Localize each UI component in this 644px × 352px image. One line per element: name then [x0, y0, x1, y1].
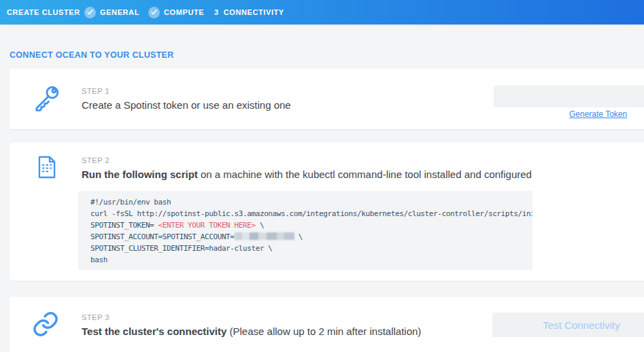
install-script-code-block[interactable]: #!/usr/bin/env bash curl -fsSL http://sp… — [78, 191, 532, 270]
wizard-step-compute[interactable]: COMPUTE — [148, 0, 204, 24]
link-icon — [31, 310, 60, 338]
step1-title: Create a Spotinst token or use an existi… — [82, 99, 291, 111]
step1-card: STEP 1 Create a Spotinst token or use an… — [10, 69, 644, 129]
wizard-step-label: GENERAL — [100, 8, 139, 16]
code-line-shebang: #!/usr/bin/env bash — [90, 196, 524, 208]
step3-card: STEP 3 Test the cluster's connectivity (… — [10, 297, 644, 352]
step3-title-bold: Test the cluster's connectivity — [82, 325, 226, 337]
step2-title-rest: on a machine with the kubectl command-li… — [198, 169, 532, 180]
wizard-header-bar: CREATE CLUSTER GENERAL COMPUTE 3 CONNECT… — [0, 0, 644, 24]
wizard-step-general[interactable]: GENERAL — [84, 0, 139, 24]
generate-token-link[interactable]: Generate Token — [569, 109, 627, 119]
test-connectivity-button[interactable]: Test Connectivity — [492, 313, 644, 337]
token-input[interactable] — [494, 86, 644, 107]
step3-title: Test the cluster's connectivity (Please … — [82, 325, 421, 337]
wizard-step-number: 3 — [214, 8, 219, 16]
step3-label: STEP 3 — [82, 313, 109, 321]
step1-label: STEP 1 — [82, 87, 109, 95]
token-placeholder-text: <ENTER YOUR TOKEN HERE> — [158, 221, 256, 230]
wizard-title: CREATE CLUSTER — [7, 0, 80, 24]
code-line-bash: bash — [90, 254, 524, 266]
step3-title-rest: (Please allow up to 2 min after installa… — [226, 325, 421, 337]
step2-label: STEP 2 — [82, 156, 109, 164]
step2-card: STEP 2 Run the following script on a mac… — [10, 143, 644, 281]
page-title: CONNECT OCEAN TO YOUR CLUSTER — [10, 50, 174, 60]
code-line-token: SPOTINST_TOKEN= <ENTER YOUR TOKEN HERE> … — [90, 219, 524, 231]
check-circle-icon — [84, 7, 96, 18]
wizard-step-label: CONNECTIVITY — [224, 8, 284, 16]
wizard-step-connectivity[interactable]: 3 CONNECTIVITY — [214, 0, 284, 24]
key-icon — [31, 82, 63, 113]
script-icon — [34, 154, 60, 180]
redacted-account-id — [235, 232, 294, 240]
check-circle-icon — [148, 7, 160, 18]
code-line-curl: curl -fsSL http://spotinst-public.s3.ama… — [90, 208, 524, 219]
code-line-account: SPOTINST_ACCOUNT=SPOTINST_ACCOUNT= \ — [90, 231, 524, 243]
step2-title-bold: Run the following script — [82, 169, 198, 180]
code-line-cluster-identifier: SPOTINST_CLUSTER_IDENTIFIER=hadar-cluste… — [90, 243, 524, 254]
wizard-step-label: COMPUTE — [164, 8, 204, 16]
step2-title: Run the following script on a machine wi… — [82, 169, 532, 180]
